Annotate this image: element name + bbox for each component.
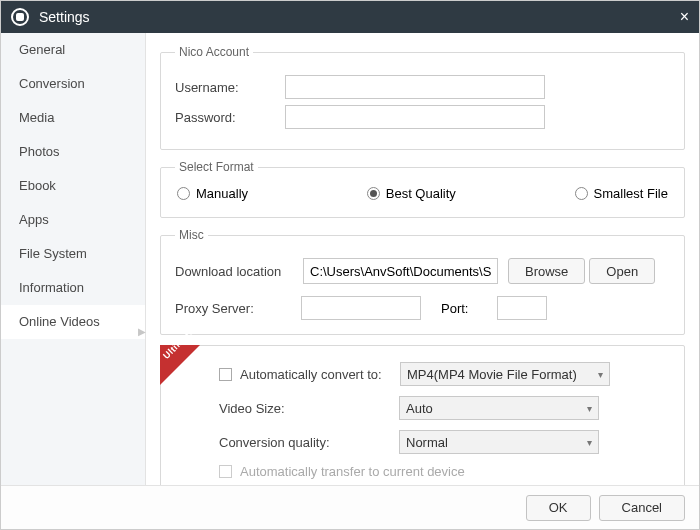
browse-button[interactable]: Browse	[508, 258, 585, 284]
sidebar-item-general[interactable]: General	[1, 33, 145, 67]
video-size-label: Video Size:	[219, 401, 399, 416]
sidebar-item-file-system[interactable]: File System	[1, 237, 145, 271]
ok-button[interactable]: OK	[526, 495, 591, 521]
titlebar: Settings ×	[1, 1, 699, 33]
radio-label: Manually	[196, 186, 248, 201]
username-input[interactable]	[285, 75, 545, 99]
sidebar-item-apps[interactable]: Apps	[1, 203, 145, 237]
port-input[interactable]	[497, 296, 547, 320]
convert-format-value: MP4(MP4 Movie File Format)	[407, 367, 577, 382]
open-button[interactable]: Open	[589, 258, 655, 284]
radio-label: Best Quality	[386, 186, 456, 201]
conversion-quality-value: Normal	[406, 435, 448, 450]
proxy-server-label: Proxy Server:	[175, 301, 295, 316]
sidebar-item-ebook[interactable]: Ebook	[1, 169, 145, 203]
radio-smallest-file[interactable]: Smallest File	[575, 186, 668, 201]
chevron-down-icon: ▾	[587, 437, 592, 448]
password-label: Password:	[175, 110, 285, 125]
proxy-server-input[interactable]	[301, 296, 421, 320]
app-icon	[11, 8, 29, 26]
cancel-button[interactable]: Cancel	[599, 495, 685, 521]
convert-format-select[interactable]: MP4(MP4 Movie File Format) ▾	[400, 362, 610, 386]
main-panel: Nico Account Username: Password: Select …	[146, 33, 699, 485]
sidebar-item-online-videos[interactable]: Online Videos	[1, 305, 145, 339]
footer: OK Cancel	[1, 485, 699, 529]
chevron-down-icon: ▾	[598, 369, 603, 380]
nico-legend: Nico Account	[175, 45, 253, 59]
auto-transfer-label: Automatically transfer to current device	[240, 464, 465, 479]
auto-transfer-checkbox[interactable]	[219, 465, 232, 478]
sidebar-item-conversion[interactable]: Conversion	[1, 67, 145, 101]
sidebar-item-information[interactable]: Information	[1, 271, 145, 305]
nico-account-group: Nico Account Username: Password:	[160, 45, 685, 150]
radio-icon	[367, 187, 380, 200]
sidebar-item-media[interactable]: Media	[1, 101, 145, 135]
sidebar-item-photos[interactable]: Photos	[1, 135, 145, 169]
auto-convert-checkbox[interactable]	[219, 368, 232, 381]
video-size-value: Auto	[406, 401, 433, 416]
download-location-label: Download location	[175, 264, 303, 279]
close-icon[interactable]: ×	[680, 8, 689, 26]
format-legend: Select Format	[175, 160, 258, 174]
password-input[interactable]	[285, 105, 545, 129]
radio-best-quality[interactable]: Best Quality	[367, 186, 456, 201]
ultimate-group: Ultimate Automatically convert to: MP4(M…	[160, 345, 685, 485]
download-location-input[interactable]	[303, 258, 498, 284]
radio-label: Smallest File	[594, 186, 668, 201]
misc-group: Misc Download location Browse Open Proxy…	[160, 228, 685, 335]
body: General Conversion Media Photos Ebook Ap…	[1, 33, 699, 485]
conversion-quality-select[interactable]: Normal ▾	[399, 430, 599, 454]
auto-convert-label: Automatically convert to:	[240, 367, 400, 382]
conversion-quality-label: Conversion quality:	[219, 435, 399, 450]
misc-legend: Misc	[175, 228, 208, 242]
port-label: Port:	[441, 301, 491, 316]
username-label: Username:	[175, 80, 285, 95]
video-size-select[interactable]: Auto ▾	[399, 396, 599, 420]
radio-manually[interactable]: Manually	[177, 186, 248, 201]
select-format-group: Select Format Manually Best Quality Smal…	[160, 160, 685, 218]
radio-icon	[575, 187, 588, 200]
settings-window: Settings × General Conversion Media Phot…	[0, 0, 700, 530]
window-title: Settings	[39, 9, 90, 25]
sidebar: General Conversion Media Photos Ebook Ap…	[1, 33, 146, 485]
radio-icon	[177, 187, 190, 200]
chevron-down-icon: ▾	[587, 403, 592, 414]
